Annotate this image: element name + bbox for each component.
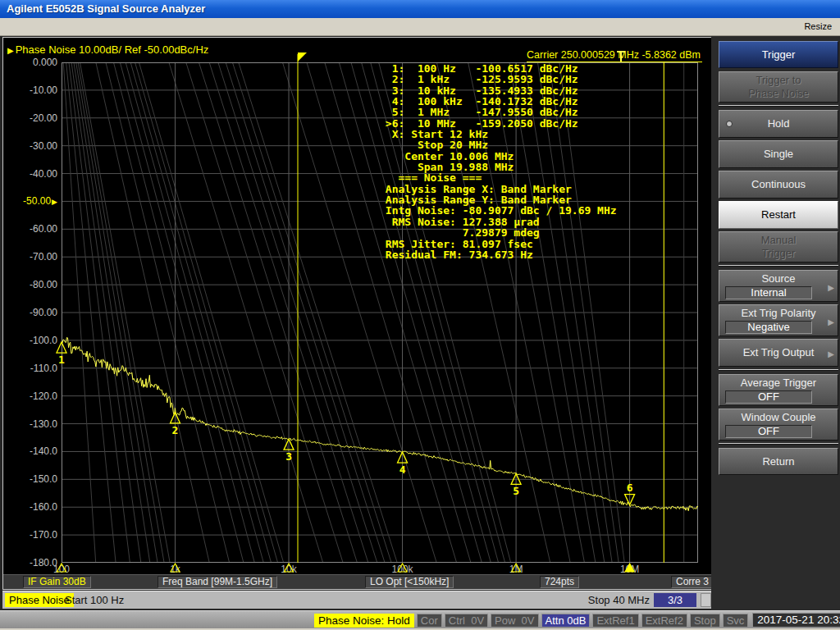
status-indicator-pow-0v: Pow 0V	[491, 614, 538, 628]
trace-marker-number: 5	[513, 485, 519, 497]
trace-marker-number: 4	[399, 463, 406, 476]
softkey-label: Return	[762, 455, 794, 468]
menu-group-separator	[719, 105, 838, 107]
status-indicator-cor: Cor	[417, 614, 442, 628]
status-indicator-ctrl-0v: Ctrl 0V	[445, 614, 488, 628]
instrument-screen: ▶Phase Noise 10.00dB/ Ref -50.00dBc/Hz C…	[2, 37, 713, 590]
softkey-value-average-trigger: OFF	[725, 390, 812, 404]
softkey-column: Trigger Trigger to Phase NoiseHoldSingle…	[719, 41, 838, 477]
window-title-bar: Agilent E5052B Signal Source Analyzer	[0, 0, 840, 18]
marker-readout-table: 1: 100 Hz -100.6517 dBc/Hz 2: 1 kHz -125…	[379, 63, 617, 260]
y-tick-label: -140.0	[3, 445, 57, 458]
y-tick-label: -110.0	[3, 362, 57, 375]
softkey-hold[interactable]: Hold	[719, 110, 838, 138]
softkey-restart[interactable]: Restart	[719, 201, 838, 229]
y-tick-label: -10.00	[3, 84, 57, 97]
application-window: { "window": { "title": "Agilent E5052B S…	[0, 0, 840, 630]
softkey-trigger-to-phase-noise[interactable]: Trigger to Phase Noise	[719, 71, 838, 103]
menu-group-separator	[719, 443, 838, 445]
y-tick-label: -60.00	[3, 222, 57, 235]
measure-field-freq-band-99m-1-5ghz[interactable]: Freq Band [99M-1.5GHz]	[158, 576, 277, 588]
sweep-start-readout: Start 100 Hz	[65, 594, 124, 606]
softkey-label: Manual Trigger	[761, 234, 797, 260]
trace-bar-right-cluster: Stop 40 MHz 3/3	[588, 593, 711, 607]
softkey-label: Average Trigger	[741, 377, 816, 390]
x-tick-label: 1M	[509, 564, 523, 575]
softkey-label: Ext Trig Polarity	[741, 307, 815, 320]
band-marker-flag-icon	[298, 52, 307, 62]
softkey-menu-title: Trigger	[719, 41, 838, 68]
softkey-value-window-couple: OFF	[725, 425, 812, 438]
y-tick-label-ref: -50.00▶	[3, 194, 57, 208]
system-status-bar: Phase Noise: Hold CorCtrl 0VPow 0VAttn 0…	[0, 610, 840, 628]
y-tick-label: -20.00	[3, 112, 57, 125]
trace-select-arrow-icon: ▶	[7, 46, 14, 55]
menu-strip: Resize	[0, 18, 840, 36]
trace-marker-number: 2	[172, 424, 179, 436]
main-area: ▶Phase Noise 10.00dB/ Ref -50.00dBc/Hz C…	[0, 36, 840, 628]
phase-noise-trace	[62, 337, 698, 510]
measurement-mode-status: Phase Noise: Hold	[314, 614, 414, 628]
softkey-return[interactable]: Return	[719, 448, 838, 475]
y-tick-label: -90.00	[3, 306, 57, 319]
y-tick-label: 0.000	[3, 56, 57, 69]
trace-marker-number: 6	[627, 482, 633, 494]
trace-marker-number: 3	[285, 450, 292, 463]
softkey-source[interactable]: SourceInternal▶	[719, 270, 838, 302]
y-tick-label: -100.0	[3, 334, 57, 347]
y-tick-label: -170.0	[3, 528, 57, 541]
clock: 2017-05-21 20:32	[752, 613, 840, 628]
softkey-continuous[interactable]: Continuous	[719, 171, 838, 199]
y-tick-label: -130.0	[3, 418, 57, 431]
softkey-label: Continuous	[751, 178, 806, 191]
submenu-arrow-icon: ▶	[828, 281, 834, 294]
y-tick-label: -30.00	[3, 139, 57, 153]
measure-field-corre-3[interactable]: Corre 3	[671, 576, 714, 588]
softkey-single[interactable]: Single	[719, 140, 838, 168]
softkey-ext-trig-output[interactable]: Ext Trig Output▶	[719, 339, 838, 367]
y-tick-label: -70.00	[3, 250, 57, 263]
softkey-value-source: Internal	[725, 286, 812, 299]
measurement-settings-bar: IF Gain 30dBFreq Band [99M-1.5GHz]LO Opt…	[3, 574, 712, 589]
ref-level-arrow-icon: ▶	[52, 198, 57, 206]
measure-field-lo-opt-150khz[interactable]: LO Opt [<150kHz]	[365, 576, 454, 588]
softkey-window-couple[interactable]: Window CoupleOFF	[719, 409, 838, 441]
y-tick-label: -40.00	[3, 167, 57, 180]
softkey-label: Single	[764, 148, 793, 161]
submenu-arrow-icon: ▶	[828, 348, 834, 361]
softkey-manual-trigger[interactable]: Manual Trigger	[719, 231, 838, 262]
status-indicator-stop: Stop	[690, 614, 720, 628]
status-indicator-extref1: ExtRef1	[592, 614, 638, 628]
y-tick-label: -120.0	[3, 390, 57, 403]
softkey-label: Trigger to Phase Noise	[748, 74, 809, 100]
menu-group-separator	[719, 369, 838, 371]
trace-status-bar: Phase Noise Start 100 Hz Stop 40 MHz 3/3	[2, 591, 713, 609]
trace-tab-phase-noise[interactable]: Phase Noise	[5, 593, 74, 607]
measure-field-724pts[interactable]: 724pts	[540, 576, 579, 588]
resize-menu-item[interactable]: Resize	[804, 21, 832, 31]
y-tick-label: -180.0	[3, 556, 57, 569]
x-tick-label: 100	[53, 564, 70, 575]
status-indicator-attn-0db: Attn 0dB	[541, 614, 591, 628]
softkey-value-ext-trig-polarity: Negative	[725, 321, 812, 334]
status-items: Phase Noise: Hold CorCtrl 0VPow 0VAttn 0…	[314, 613, 840, 628]
status-indicator-svc: Svc	[723, 614, 749, 628]
softkey-average-trigger[interactable]: Average TriggerOFF	[719, 374, 838, 406]
page-indicator-spacer	[701, 593, 711, 607]
softkey-label: Restart	[761, 208, 796, 221]
softkey-ext-trig-polarity[interactable]: Ext Trig PolarityNegative▶	[719, 304, 838, 336]
active-trigger-dot-icon	[726, 121, 733, 127]
softkey-label: Hold	[768, 117, 790, 130]
y-tick-label: -150.0	[3, 472, 57, 486]
window-title: Agilent E5052B Signal Source Analyzer	[7, 2, 205, 15]
submenu-arrow-icon: ▶	[828, 316, 834, 329]
measure-field-if-gain-30db[interactable]: IF Gain 30dB	[23, 576, 91, 588]
trace-marker-number: 1	[58, 354, 65, 366]
y-tick-label: -160.0	[3, 500, 57, 514]
softkey-page-indicator[interactable]: 3/3	[654, 593, 696, 607]
menu-group-separator	[719, 265, 838, 267]
softkey-menu-panel: Trigger Trigger to Phase NoiseHoldSingle…	[711, 36, 840, 610]
y-tick-label: -80.00	[3, 278, 57, 291]
softkey-label: Source	[761, 272, 795, 285]
softkey-label: Window Couple	[741, 411, 815, 424]
